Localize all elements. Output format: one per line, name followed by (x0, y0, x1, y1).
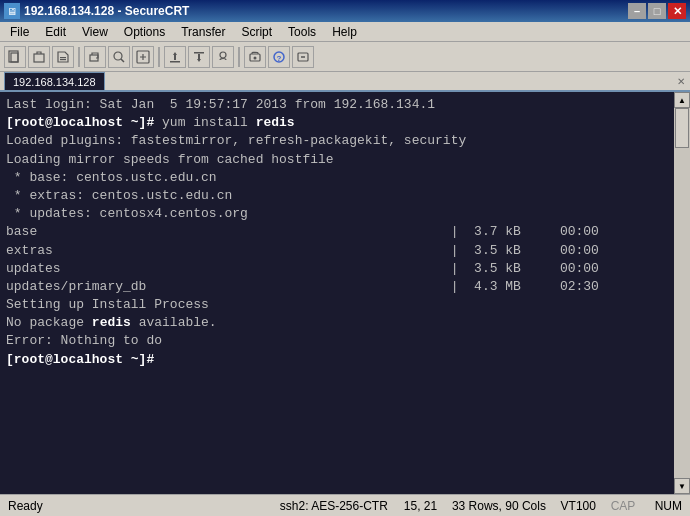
close-button[interactable]: ✕ (668, 3, 686, 19)
toolbar-btn-11[interactable]: ? (268, 46, 290, 68)
svg-rect-9 (170, 61, 180, 63)
status-bar: Ready ssh2: AES-256-CTR 15, 21 33 Rows, … (0, 494, 690, 516)
terminal-tab[interactable]: 192.168.134.128 (4, 72, 105, 90)
menu-options[interactable]: Options (116, 23, 173, 41)
minimize-button[interactable]: – (628, 3, 646, 19)
toolbar-btn-4[interactable] (84, 46, 106, 68)
app-icon: 🖥 (4, 3, 20, 19)
svg-point-13 (254, 56, 257, 59)
svg-rect-1 (11, 53, 18, 62)
menu-help[interactable]: Help (324, 23, 365, 41)
status-terminal: VT100 (561, 499, 596, 513)
svg-text:?: ? (277, 54, 282, 63)
menu-file[interactable]: File (2, 23, 37, 41)
terminal-output[interactable]: Last login: Sat Jan 5 19:57:17 2013 from… (0, 92, 690, 494)
svg-point-11 (220, 52, 226, 58)
svg-line-7 (121, 59, 124, 62)
toolbar-btn-5[interactable] (108, 46, 130, 68)
toolbar-separator-1 (78, 47, 80, 67)
menu-edit[interactable]: Edit (37, 23, 74, 41)
tab-bar: 192.168.134.128 ✕ (0, 72, 690, 92)
scroll-down-button[interactable]: ▼ (674, 478, 690, 494)
status-sep-1 (441, 499, 448, 513)
svg-rect-2 (34, 54, 44, 62)
status-ssh: ssh2: AES-256-CTR (280, 499, 388, 513)
content-area: Last login: Sat Jan 5 19:57:17 2013 from… (0, 92, 690, 494)
status-sep-4 (647, 499, 650, 513)
toolbar-btn-3[interactable] (52, 46, 74, 68)
toolbar-btn-7[interactable] (164, 46, 186, 68)
toolbar-separator-2 (158, 47, 160, 67)
menu-transfer[interactable]: Transfer (173, 23, 233, 41)
title-bar-left: 🖥 192.168.134.128 - SecureCRT (4, 3, 189, 19)
status-cap: CAP (611, 499, 636, 513)
scroll-up-button[interactable]: ▲ (674, 92, 690, 108)
toolbar-btn-9[interactable] (212, 46, 234, 68)
toolbar-btn-1[interactable] (4, 46, 26, 68)
status-ready: Ready (8, 499, 280, 513)
status-num: NUM (655, 499, 682, 513)
toolbar: ? (0, 42, 690, 72)
status-sep-2 (550, 499, 557, 513)
window-title: 192.168.134.128 - SecureCRT (24, 4, 189, 18)
toolbar-btn-6[interactable] (132, 46, 154, 68)
status-size: 33 Rows, 90 Cols (452, 499, 546, 513)
status-sep-3 (600, 499, 607, 513)
menu-view[interactable]: View (74, 23, 116, 41)
scroll-track (674, 108, 690, 478)
toolbar-btn-2[interactable] (28, 46, 50, 68)
title-bar: 🖥 192.168.134.128 - SecureCRT – □ ✕ (0, 0, 690, 22)
status-position: 15, 21 (404, 499, 437, 513)
maximize-button[interactable]: □ (648, 3, 666, 19)
scroll-thumb[interactable] (675, 108, 689, 148)
tab-label: 192.168.134.128 (13, 76, 96, 88)
tab-close-button[interactable]: ✕ (674, 74, 688, 88)
window-controls: – □ ✕ (628, 3, 686, 19)
menu-tools[interactable]: Tools (280, 23, 324, 41)
svg-rect-4 (60, 59, 66, 60)
terminal-container[interactable]: Last login: Sat Jan 5 19:57:17 2013 from… (0, 92, 690, 494)
toolbar-btn-10[interactable] (244, 46, 266, 68)
svg-rect-3 (60, 57, 66, 58)
toolbar-btn-8[interactable] (188, 46, 210, 68)
toolbar-separator-3 (238, 47, 240, 67)
menu-bar: File Edit View Options Transfer Script T… (0, 22, 690, 42)
svg-point-6 (114, 52, 122, 60)
toolbar-btn-12[interactable] (292, 46, 314, 68)
svg-rect-10 (194, 52, 204, 54)
menu-script[interactable]: Script (233, 23, 280, 41)
scrollbar[interactable]: ▲ ▼ (674, 92, 690, 494)
